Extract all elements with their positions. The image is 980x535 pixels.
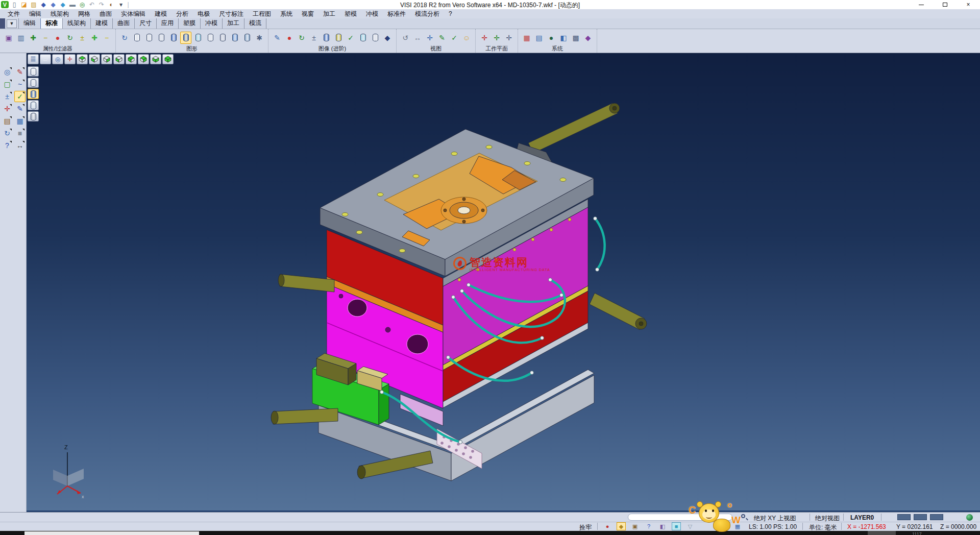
color-table-icon[interactable]: ▦ bbox=[521, 32, 532, 44]
translucent-cylinder-icon[interactable] bbox=[192, 32, 204, 44]
taskbar-app-segment[interactable] bbox=[24, 531, 199, 535]
wireframe-mode-icon[interactable] bbox=[28, 66, 39, 77]
tab-曲面[interactable]: 曲面 bbox=[112, 18, 135, 29]
background-swatch-2[interactable] bbox=[930, 514, 943, 520]
help-what-icon[interactable]: ? bbox=[2, 140, 13, 151]
menu-item-17[interactable]: 模流分析 bbox=[410, 10, 444, 18]
modify-attributes-icon[interactable]: ▣ bbox=[3, 32, 14, 44]
menu-item-11[interactable]: 系统 bbox=[276, 10, 297, 18]
hide-all-icon[interactable]: − bbox=[101, 32, 112, 44]
cube-iso-view-icon[interactable] bbox=[162, 54, 174, 64]
tab-应用[interactable]: 应用 bbox=[156, 18, 179, 29]
mold-3d-model[interactable]: Z x bbox=[27, 53, 980, 512]
validate-check-icon[interactable]: ✓ bbox=[14, 91, 26, 102]
ucs-axes-icon[interactable]: ✛ bbox=[2, 103, 13, 114]
grid-plane-icon[interactable]: ▦ bbox=[14, 115, 26, 127]
regen-view-icon[interactable]: ↻ bbox=[119, 32, 130, 44]
assign-render-color-icon[interactable] bbox=[229, 32, 240, 44]
view-axis-icon[interactable]: ✛ bbox=[424, 32, 435, 44]
workplane-free-icon[interactable]: ✛ bbox=[503, 32, 514, 44]
minimize-button[interactable] bbox=[910, 0, 933, 9]
glass-material-icon[interactable] bbox=[357, 32, 369, 44]
raster-grid-icon[interactable]: ▩ bbox=[570, 32, 581, 44]
sketch-view-icon[interactable]: ✎ bbox=[436, 32, 448, 44]
regenerate-icon[interactable]: ↻ bbox=[2, 128, 13, 139]
active-layer-label[interactable]: LAYER0 bbox=[850, 514, 874, 521]
erase-mode-icon[interactable] bbox=[28, 111, 39, 121]
mixed-mode-cylinder-icon[interactable] bbox=[217, 32, 228, 44]
zoom-view-icon[interactable]: ◎ bbox=[52, 54, 63, 64]
toggle-shading-icon[interactable]: ± bbox=[308, 32, 320, 44]
pan-view-icon[interactable]: ↔ bbox=[412, 32, 423, 44]
bounds-frame-icon[interactable]: ▢ bbox=[2, 79, 13, 90]
context-help-icon[interactable]: ? bbox=[644, 522, 653, 530]
measure-distance-icon[interactable]: ↔ bbox=[14, 140, 26, 151]
tab-标准[interactable]: 标准 bbox=[40, 18, 63, 29]
advanced-render-icon[interactable]: ◆ bbox=[382, 32, 393, 44]
hidden-mode-icon[interactable] bbox=[28, 78, 39, 88]
selection-zoom-icon[interactable]: ◎ bbox=[2, 66, 13, 78]
tab-尺寸[interactable]: 尺寸 bbox=[134, 18, 157, 29]
menu-item-7[interactable]: 分析 bbox=[172, 10, 193, 18]
tab-加工[interactable]: 加工 bbox=[222, 18, 244, 29]
render-settings-icon[interactable]: ✱ bbox=[254, 32, 265, 44]
cube-back-view-icon[interactable] bbox=[113, 54, 125, 64]
background-swatch-1[interactable] bbox=[914, 514, 927, 520]
package-tool-icon[interactable]: ◧ bbox=[658, 522, 667, 530]
cube-front-view-icon[interactable] bbox=[89, 54, 100, 64]
flat-shade-cylinder-icon[interactable] bbox=[205, 32, 216, 44]
wireframe-cylinder-icon[interactable] bbox=[131, 32, 142, 44]
menu-item-2[interactable]: 线架构 bbox=[46, 10, 74, 18]
record-macro-icon[interactable]: ● bbox=[603, 522, 612, 530]
tab-冲模[interactable]: 冲模 bbox=[200, 18, 223, 29]
tab-塑膜[interactable]: 塑膜 bbox=[178, 18, 201, 29]
layer-attributes-icon[interactable]: ▤ bbox=[2, 115, 13, 127]
hidden-line-cylinder-icon[interactable] bbox=[143, 32, 155, 44]
menu-item-1[interactable]: 编辑 bbox=[24, 10, 46, 18]
curve-edit-icon[interactable]: ✎ bbox=[14, 103, 26, 114]
render-quality-icon[interactable]: ☺ bbox=[461, 32, 472, 44]
edit-delete-icon[interactable]: ✎ bbox=[14, 66, 26, 78]
selection-filter-icon[interactable]: ◆ bbox=[617, 522, 626, 530]
rotate-view-icon[interactable]: ↺ bbox=[400, 32, 411, 44]
menu-item-12[interactable]: 视窗 bbox=[297, 10, 318, 18]
blue-material-icon[interactable] bbox=[321, 32, 332, 44]
tab-模流[interactable]: 模流 bbox=[244, 18, 266, 29]
menu-item-5[interactable]: 实体编辑 bbox=[116, 10, 150, 18]
menu-item-8[interactable]: 电极 bbox=[193, 10, 214, 18]
edit-render-icon[interactable]: ✎ bbox=[272, 32, 283, 44]
world-status-icon[interactable] bbox=[966, 514, 973, 521]
menu-item-3[interactable]: 网格 bbox=[74, 10, 95, 18]
maximize-button[interactable] bbox=[933, 0, 957, 9]
background-swatch-0[interactable] bbox=[897, 514, 911, 520]
shaded-edges-cylinder-icon[interactable] bbox=[180, 32, 191, 44]
hide-entities-icon[interactable]: − bbox=[40, 32, 51, 44]
tab-建模[interactable]: 建模 bbox=[90, 18, 113, 29]
menu-item-6[interactable]: 建模 bbox=[150, 10, 172, 18]
refresh-visibility-icon[interactable]: ↻ bbox=[64, 32, 76, 44]
menu-item-0[interactable]: 文件 bbox=[3, 10, 24, 18]
measure-3d-icon[interactable]: ◆ bbox=[582, 32, 594, 44]
shaded-cylinder-icon[interactable] bbox=[168, 32, 179, 44]
filters-traffic-light-icon[interactable]: ● bbox=[52, 32, 63, 44]
menu-item-15[interactable]: 冲模 bbox=[361, 10, 383, 18]
workplane-display-icon[interactable]: ▱ bbox=[40, 54, 51, 64]
os-taskbar[interactable]: 1117 bbox=[0, 531, 980, 535]
shaded-cube-icon[interactable]: ■ bbox=[14, 128, 26, 139]
menu-item-9[interactable]: 尺寸标注 bbox=[214, 10, 248, 18]
attributes-by-image-icon[interactable]: ▥ bbox=[15, 32, 27, 44]
render-cube-icon[interactable]: ■ bbox=[672, 522, 681, 530]
validate-shading-icon[interactable]: ✓ bbox=[345, 32, 356, 44]
cube-top-view-icon[interactable] bbox=[77, 54, 88, 64]
workplane-main-icon[interactable]: ✛ bbox=[479, 32, 490, 44]
tab-线架构[interactable]: 线架构 bbox=[62, 18, 91, 29]
cube-top-right-view-icon[interactable] bbox=[138, 54, 149, 64]
3d-viewport[interactable]: Z x ☰▱◎✛ bbox=[27, 53, 980, 512]
absolute-view-label[interactable]: 绝对视图 bbox=[815, 514, 840, 523]
dashed-hidden-cylinder-icon[interactable] bbox=[156, 32, 167, 44]
export-image-icon[interactable] bbox=[241, 32, 253, 44]
regen-shading-icon[interactable]: ↻ bbox=[296, 32, 307, 44]
cube-right-view-icon[interactable] bbox=[101, 54, 112, 64]
menu-item-10[interactable]: 工程图 bbox=[248, 10, 276, 18]
zoom-scale-icon[interactable]: ± bbox=[2, 91, 13, 102]
